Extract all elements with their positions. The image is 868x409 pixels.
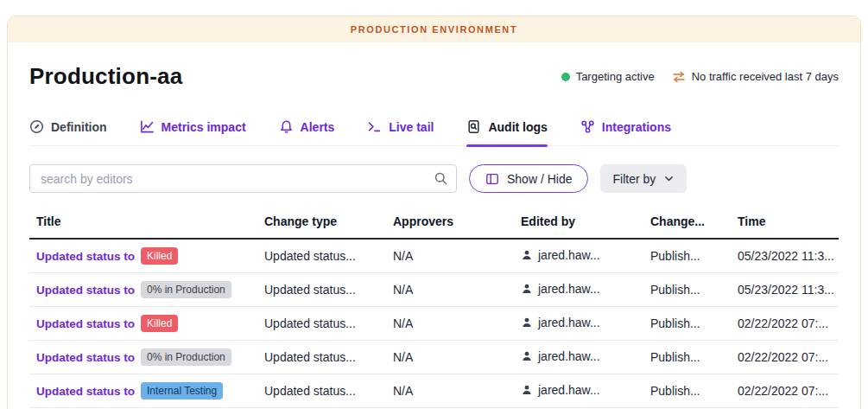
cell-change: Publish...: [643, 239, 731, 273]
cell-edited-by: jared.haw...: [514, 374, 643, 408]
tab-label-alerts: Alerts: [301, 120, 335, 134]
cell-change-type: Updated status...: [257, 307, 386, 341]
cell-change-type: Updated status...: [257, 341, 386, 374]
cell-title: Updated status to0% in Production: [29, 273, 257, 307]
table-row: Updated status to0% in Production Update…: [29, 273, 839, 307]
row-title-link[interactable]: Updated status to: [36, 351, 135, 364]
terminal-icon: [367, 119, 382, 134]
cell-edited-by: jared.haw...: [514, 239, 643, 273]
row-edited-by: jared.haw...: [538, 316, 600, 329]
cell-change: Publish...: [643, 307, 731, 341]
cell-change: Publish...: [643, 273, 731, 307]
cell-change: Publish...: [643, 374, 731, 408]
cell-title: Updated status to0% in Production: [29, 341, 257, 374]
targeting-status-label: Targeting active: [576, 70, 655, 83]
columns-icon: [485, 172, 499, 186]
status-group: Targeting active No traffic received las…: [561, 70, 839, 84]
environment-banner: PRODUCTION ENVIRONMENT: [8, 16, 860, 42]
page-title: Production-aa: [29, 63, 182, 90]
show-hide-label: Show / Hide: [507, 172, 572, 186]
cell-title: Updated status toKilled: [29, 239, 257, 273]
col-change: Change...: [643, 206, 731, 239]
cell-time: 02/22/2022 07:...: [731, 374, 839, 408]
row-title-link[interactable]: Updated status to: [36, 284, 135, 297]
status-badge: 0% in Production: [141, 281, 231, 298]
cell-approvers: N/A: [386, 273, 514, 307]
targeting-active-dot-icon: [561, 73, 570, 81]
cell-time: 05/23/2022 11:3...: [731, 273, 839, 307]
tab-label-live-tail: Live tail: [389, 120, 434, 134]
audit-table-head: Title Change type Approvers Edited by Ch…: [29, 206, 839, 239]
show-hide-button[interactable]: Show / Hide: [469, 164, 588, 193]
cell-change-type: Updated status...: [257, 239, 386, 273]
status-badge: Internal Testing: [141, 382, 223, 399]
filter-by-button[interactable]: Filter by: [600, 164, 687, 193]
col-time: Time: [731, 206, 839, 239]
row-title-link[interactable]: Updated status to: [36, 317, 135, 330]
tab-label-audit-logs: Audit logs: [488, 120, 547, 134]
status-badge: 0% in Production: [141, 348, 231, 366]
chevron-down-icon: [663, 173, 675, 184]
tab-alerts[interactable]: Alerts: [279, 119, 335, 145]
row-edited-by: jared.haw...: [538, 282, 600, 296]
tab-bar: Definition Metrics impact: [29, 119, 839, 146]
search-input[interactable]: [29, 164, 457, 193]
cell-edited-by: jared.haw...: [514, 341, 643, 374]
cell-time: 05/23/2022 11:3...: [731, 239, 839, 273]
page-header: Production-aa Targeting active: [29, 63, 839, 90]
targeting-status: Targeting active: [561, 70, 655, 83]
col-title: Title: [29, 206, 257, 239]
tab-label-definition: Definition: [51, 120, 107, 134]
person-icon: [521, 283, 533, 295]
person-icon: [521, 350, 533, 362]
person-icon: [521, 316, 533, 329]
col-approvers: Approvers: [386, 206, 514, 239]
search-icon: [434, 171, 448, 189]
cell-edited-by: jared.haw...: [514, 307, 643, 341]
person-icon: [521, 249, 533, 261]
environment-banner-label: PRODUCTION ENVIRONMENT: [351, 24, 517, 35]
definition-icon: [29, 119, 44, 134]
toolbar: Show / Hide Filter by: [29, 164, 839, 193]
header-row: Title Change type Approvers Edited by Ch…: [29, 206, 839, 239]
integrations-icon: [580, 119, 595, 134]
row-edited-by: jared.haw...: [538, 383, 600, 397]
row-edited-by: jared.haw...: [538, 349, 600, 363]
environment-card: PRODUCTION ENVIRONMENT Production-aa Tar…: [7, 16, 861, 409]
tab-label-metrics-impact: Metrics impact: [162, 120, 246, 134]
row-title-link[interactable]: Updated status to: [36, 250, 135, 263]
tab-metrics-impact[interactable]: Metrics impact: [140, 119, 246, 145]
main-content: Production-aa Targeting active: [8, 63, 860, 408]
filter-by-label: Filter by: [612, 172, 656, 186]
table-row: Updated status toKilled Updated status..…: [29, 307, 839, 341]
cell-approvers: N/A: [386, 239, 514, 273]
tab-live-tail[interactable]: Live tail: [367, 119, 434, 145]
table-row: Updated status toInternal Testing Update…: [29, 374, 839, 408]
cell-approvers: N/A: [386, 307, 514, 341]
audit-table-body: Updated status toKilled Updated status..…: [29, 239, 839, 408]
col-change-type: Change type: [257, 206, 386, 239]
cell-time: 02/22/2022 07:...: [731, 307, 839, 341]
tab-definition[interactable]: Definition: [29, 119, 107, 145]
cell-time: 02/22/2022 07:...: [731, 341, 839, 374]
cell-approvers: N/A: [386, 374, 514, 408]
cell-approvers: N/A: [386, 341, 514, 374]
search-box: [29, 164, 457, 193]
tab-label-integrations: Integrations: [602, 120, 671, 134]
audit-table: Title Change type Approvers Edited by Ch…: [29, 206, 839, 408]
tab-integrations[interactable]: Integrations: [580, 119, 671, 145]
tab-audit-logs[interactable]: Audit logs: [466, 119, 547, 145]
cell-change-type: Updated status...: [257, 374, 386, 408]
row-title-link[interactable]: Updated status to: [36, 385, 135, 398]
status-badge: Killed: [141, 315, 178, 332]
cell-title: Updated status toInternal Testing: [29, 374, 257, 408]
status-badge: Killed: [141, 247, 178, 265]
person-icon: [521, 384, 533, 396]
cell-title: Updated status toKilled: [29, 307, 257, 341]
audit-logs-icon: [466, 119, 481, 134]
cell-change-type: Updated status...: [257, 273, 386, 307]
traffic-status-label: No traffic received last 7 days: [692, 70, 839, 83]
row-edited-by: jared.haw...: [538, 248, 600, 262]
line-chart-icon: [140, 119, 155, 134]
traffic-arrows-icon: [672, 70, 686, 84]
